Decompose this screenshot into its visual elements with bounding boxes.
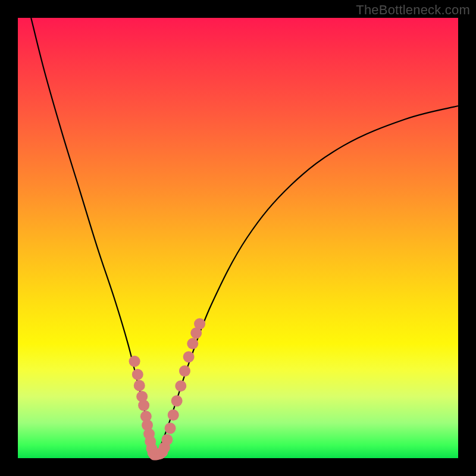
- curve-svg: [18, 18, 458, 458]
- scatter-dot: [134, 380, 145, 391]
- watermark-text: TheBottleneck.com: [356, 2, 470, 18]
- curve-left-branch: [31, 18, 152, 454]
- scatter-dot: [175, 380, 186, 392]
- scatter-dot: [187, 338, 198, 349]
- scatter-dot: [179, 365, 190, 377]
- scatter-dot: [171, 395, 183, 406]
- plot-area: [18, 18, 458, 458]
- scatter-dot: [168, 409, 179, 421]
- outer-frame: TheBottleneck.com: [0, 0, 476, 476]
- scatter-dot: [138, 400, 149, 411]
- scatter-dot: [165, 422, 176, 434]
- scatter-dot: [194, 318, 205, 330]
- scatter-dot: [161, 434, 173, 445]
- curve-right-branch: [156, 106, 458, 454]
- scatter-dot: [132, 369, 143, 380]
- scatter-dot: [129, 356, 140, 367]
- scatter-dot: [183, 351, 195, 362]
- scatter-dots: [129, 318, 206, 461]
